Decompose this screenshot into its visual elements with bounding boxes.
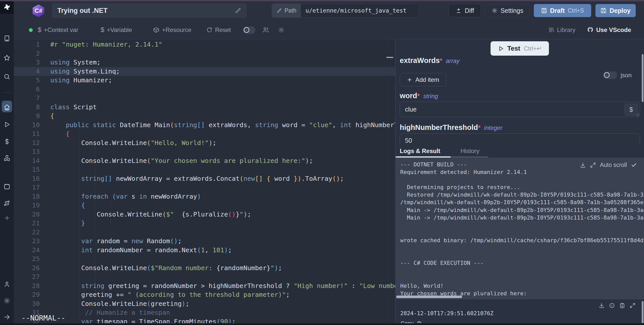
code-lines: 1#r "nuget: Humanizer, 2.14.1"23using Sy… xyxy=(14,40,395,325)
check-icon[interactable] xyxy=(631,162,637,168)
vim-mode-indicator: --NORMAL-- xyxy=(21,314,65,322)
context-var-label: +Context var xyxy=(44,26,78,33)
expand-icon[interactable] xyxy=(630,303,635,308)
download-icon[interactable] xyxy=(599,303,605,308)
csharp-label: C# xyxy=(35,7,43,14)
sidebar-item-collapse[interactable] xyxy=(0,311,14,323)
header: C# Trying out .NET Path u/etienne/micros… xyxy=(14,1,644,21)
draft-button[interactable]: Draft Ctrl+S xyxy=(534,4,591,17)
editor-overview-marker xyxy=(386,57,393,58)
log-lines: --- DOTNET BUILD ---Requirement detected… xyxy=(400,161,644,297)
download-icon[interactable] xyxy=(580,162,586,168)
tab-logs-result[interactable]: Logs & Result xyxy=(400,148,440,155)
field-label-extrawords: extraWords* array xyxy=(400,56,460,65)
sidebar-item-settings[interactable] xyxy=(0,295,14,307)
required-asterisk: * xyxy=(478,124,480,131)
windmill-logo[interactable] xyxy=(0,0,14,14)
panel-resize-handle[interactable] xyxy=(395,39,396,325)
add-variable-button[interactable]: $ +Variable xyxy=(101,21,132,39)
home-icon xyxy=(4,104,10,111)
resize-handle[interactable] xyxy=(636,113,639,116)
code-editor[interactable]: 1#r "nuget: Humanizer, 2.14.1"23using Sy… xyxy=(14,39,395,325)
log-actions: Auto scroll xyxy=(580,162,637,168)
field-label-highnumberthreshold: highNumberThreshold* integer xyxy=(400,123,502,132)
path-chip: Path xyxy=(272,4,301,17)
toggle-knob xyxy=(604,72,610,78)
info-icon[interactable] xyxy=(609,303,615,308)
edit-pencil-icon[interactable] xyxy=(235,7,241,14)
deploy-button[interactable]: Deploy xyxy=(595,4,636,17)
sidebar-item-home[interactable] xyxy=(0,101,14,113)
path-field[interactable]: Path u/etienne/microsoft_java_test xyxy=(272,4,419,18)
result-value: 2024-12-10T17:29:51.6021076Z xyxy=(400,310,494,316)
library-icon xyxy=(548,27,554,33)
log-panel[interactable]: --- DOTNET BUILD ---Requirement detected… xyxy=(396,158,644,299)
user-icon xyxy=(4,281,10,287)
window-top-strip xyxy=(0,0,644,1)
sidebar-item-schedules[interactable] xyxy=(0,180,14,192)
sidebar-item-favorites[interactable] xyxy=(0,52,14,64)
dollar-icon: $ xyxy=(38,26,41,34)
field-label-word: word* string xyxy=(400,92,438,100)
json-toggle[interactable] xyxy=(603,71,617,79)
building-icon xyxy=(4,35,10,42)
sidebar-item-resources[interactable] xyxy=(0,152,14,164)
deploy-label: Deploy xyxy=(610,7,630,14)
github-cat-icon xyxy=(587,26,594,33)
dollar-icon xyxy=(4,138,10,145)
play-icon xyxy=(4,121,10,128)
test-label: Test xyxy=(507,45,520,52)
diff-icon xyxy=(456,8,462,14)
word-value: clue xyxy=(405,106,417,113)
result-actions xyxy=(599,303,635,308)
save-icon xyxy=(541,8,547,14)
test-button[interactable]: Test Ctrl+↵ xyxy=(491,41,549,56)
reset-label: Reset xyxy=(215,26,231,33)
field-type: integer xyxy=(484,124,502,131)
use-vscode-button[interactable]: Use VScode xyxy=(587,21,631,39)
sidebar-item-runs[interactable] xyxy=(0,118,14,130)
required-asterisk: * xyxy=(440,57,442,64)
save-icon xyxy=(600,8,607,14)
sidebar-item-search[interactable] xyxy=(0,70,14,83)
sidebar-item-account[interactable] xyxy=(0,278,14,290)
settings-label: Settings xyxy=(501,7,523,14)
settings-button[interactable]: Settings xyxy=(485,4,530,17)
panel-scrollbar-thumb[interactable] xyxy=(642,54,643,102)
tab-history[interactable]: History xyxy=(461,148,479,155)
sidebar-item-flows[interactable] xyxy=(0,197,14,209)
log-horizontal-scrollbar[interactable] xyxy=(396,296,462,298)
word-input[interactable]: clue $ xyxy=(400,102,640,117)
add-resource-button[interactable]: +Resource xyxy=(153,21,191,39)
clipboard-icon[interactable] xyxy=(619,303,625,308)
editor-toolbar: $ +Context var $ +Variable +Resource Res… xyxy=(14,21,644,39)
users-icon xyxy=(262,26,269,33)
gear-icon xyxy=(492,8,498,14)
csharp-language-badge: C# xyxy=(33,5,44,17)
expand-icon[interactable] xyxy=(590,162,596,168)
draft-label: Draft xyxy=(550,7,565,14)
multiplayer-button[interactable] xyxy=(262,21,269,39)
library-button[interactable]: Library xyxy=(548,21,575,39)
reset-button[interactable]: Reset xyxy=(206,21,231,39)
add-context-var-button[interactable]: $ +Context var xyxy=(38,21,78,39)
dollar-icon: $ xyxy=(101,26,104,34)
diff-button[interactable]: Diff xyxy=(449,4,481,17)
json-toggle-row: json xyxy=(603,71,632,79)
add-item-button[interactable]: Add item xyxy=(400,73,446,86)
window-bottom-strip xyxy=(0,323,644,325)
gear-icon xyxy=(278,27,285,33)
path-value: u/etienne/microsoft_java_test xyxy=(301,4,411,17)
result-scrollbar-thumb[interactable] xyxy=(642,301,643,323)
diff-mode-toggle[interactable] xyxy=(243,26,255,34)
script-title-box[interactable]: Trying out .NET xyxy=(52,4,247,18)
sidebar-item-workspace[interactable] xyxy=(0,32,14,44)
sidebar-item-add[interactable] xyxy=(0,212,14,224)
field-type: string xyxy=(423,93,438,100)
star-icon xyxy=(4,54,10,61)
script-title: Trying out .NET xyxy=(57,7,235,15)
sidebar-divider xyxy=(2,92,12,93)
add-item-label: Add item xyxy=(415,76,439,83)
sidebar-item-variables[interactable] xyxy=(0,135,14,148)
editor-settings-button[interactable] xyxy=(278,21,285,39)
